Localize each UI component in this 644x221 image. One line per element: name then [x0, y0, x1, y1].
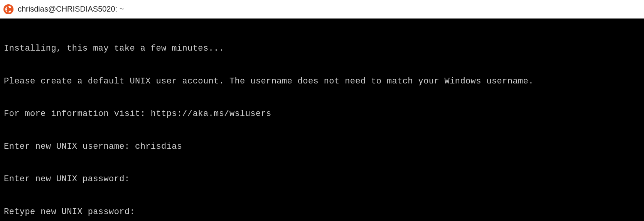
window-title: chrisdias@CHRISDIAS5020: ~ — [18, 5, 124, 14]
terminal-line: For more information visit: https://aka.… — [4, 109, 640, 119]
ubuntu-icon — [3, 4, 14, 15]
terminal-line: Installing, this may take a few minutes.… — [4, 43, 640, 54]
titlebar[interactable]: chrisdias@CHRISDIAS5020: ~ — [0, 0, 644, 19]
svg-point-0 — [3, 4, 13, 14]
terminal-line: Retype new UNIX password: — [4, 207, 640, 218]
terminal-line: Please create a default UNIX user accoun… — [4, 76, 640, 87]
terminal[interactable]: Installing, this may take a few minutes.… — [0, 19, 644, 221]
terminal-line: Enter new UNIX password: — [4, 174, 640, 185]
terminal-line: Enter new UNIX username: chrisdias — [4, 141, 640, 152]
